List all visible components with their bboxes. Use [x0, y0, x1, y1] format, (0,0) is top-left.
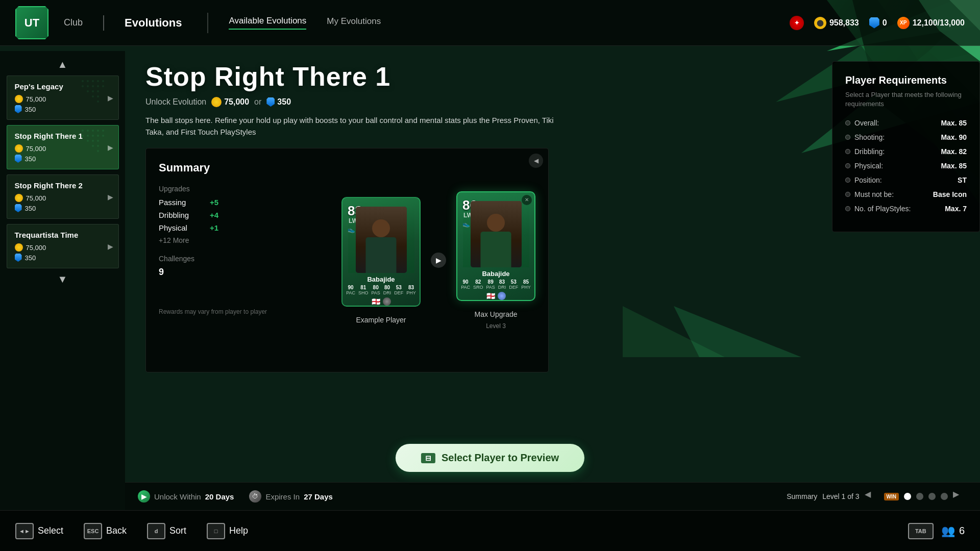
coins-icon: ⬤ — [814, 17, 826, 29]
unlock-within-icon: ▶ — [138, 490, 150, 503]
cost-coins-val: 75,000 — [26, 95, 46, 103]
max-stat-phy: 85PHY — [521, 279, 531, 290]
cost-shield-icon-4 — [15, 254, 22, 262]
sub-nav-my[interactable]: My Evolutions — [327, 16, 381, 29]
club-icon: ✦ — [790, 16, 804, 30]
users-icon: 👥 — [941, 524, 955, 538]
sidebar-arrow-down[interactable]: ▼ — [55, 271, 70, 288]
svg-point-12 — [87, 80, 89, 82]
max-club-badge — [498, 292, 506, 300]
nav-evolutions[interactable]: Evolutions — [119, 14, 187, 32]
req-subtitle: Select a Player that meets the following… — [845, 90, 967, 109]
req-physical-name: Physical: — [854, 162, 883, 170]
example-player-wrapper: 83 LW 👟 Babajide — [341, 197, 421, 324]
unlock-coin-icon — [211, 97, 222, 107]
svg-point-19 — [97, 85, 99, 87]
req-title: Player Requirements — [845, 74, 967, 86]
upgrade-physical-name: Physical — [159, 223, 205, 232]
upgrade-row-passing: Passing +5 — [159, 198, 326, 207]
req-dot-overall — [845, 120, 850, 126]
svg-point-34 — [92, 135, 94, 137]
level-dot-3[interactable] — [928, 493, 936, 500]
svg-point-17 — [87, 85, 89, 87]
req-dot-shooting — [845, 135, 850, 140]
max-stat-pas: 89PAS — [486, 279, 495, 290]
level-next-btn[interactable]: ▶ — [953, 489, 967, 504]
cost-shield-icon-2 — [15, 155, 22, 163]
expires-in-item: ⏱ Expires In 27 Days — [249, 490, 332, 503]
footer-sort-label: Sort — [169, 525, 186, 536]
unlock-within-item: ▶ Unlock Within 20 Days — [138, 490, 234, 503]
cards-area: 83 LW 👟 Babajide — [341, 161, 535, 359]
upgrade-dribbling-name: Dribbling — [159, 211, 205, 219]
online-count-value: 6 — [959, 525, 965, 537]
req-playstyles: No. of PlayStyles: Max. 7 — [845, 205, 967, 213]
cost-coin-icon-3 — [15, 194, 23, 202]
level-dot-4[interactable] — [941, 493, 948, 500]
cost-shields-val-4: 350 — [25, 254, 36, 262]
svg-point-33 — [87, 135, 89, 137]
sidebar-item-treq[interactable]: Trequartista Time 75,000 350 ▶ — [7, 224, 119, 268]
upgrade-passing-name: Passing — [159, 198, 205, 207]
tab-key: TAB — [908, 523, 934, 539]
upgrade-row-physical: Physical +1 — [159, 223, 326, 232]
svg-point-39 — [97, 140, 99, 142]
svg-point-24 — [92, 95, 94, 97]
sort-key: d — [147, 523, 165, 539]
unlock-coins-value: 75,000 — [224, 97, 249, 107]
header: UT Club Evolutions Available Evolutions … — [0, 0, 980, 46]
max-upgrade-label: Max Upgrade — [474, 310, 517, 318]
unlock-cost-shields: 350 — [266, 97, 291, 107]
level-dot-2[interactable] — [916, 493, 923, 500]
unlock-label: Unlock Evolution — [145, 97, 206, 107]
upgrade-dribbling-value: +4 — [210, 211, 218, 219]
req-dribbling: Dribbling: Max. 82 — [845, 147, 967, 156]
select-player-button[interactable]: ⊟ Select Player to Preview — [396, 444, 584, 472]
currency-area: ✦ ⬤ 958,833 0 XP 12,100/13,000 — [790, 16, 965, 30]
select-key: ◄► — [15, 523, 34, 539]
tab-key-label: TAB — [915, 528, 926, 534]
svg-point-32 — [82, 135, 84, 137]
req-physical-left: Physical: — [845, 162, 883, 170]
sub-nav-available[interactable]: Available Evolutions — [229, 16, 306, 30]
req-dot-playstyles — [845, 206, 850, 211]
sidebar-item-peps-legacy[interactable]: Pep's Legacy 75,000 350 ▶ — [7, 76, 119, 120]
player-body-shirt-2 — [481, 232, 511, 267]
footer-help: □ Help — [207, 523, 248, 539]
sidebar-item-stop2[interactable]: Stop Right There 2 75,000 350 ▶ — [7, 174, 119, 219]
summary-panel: ◀ Summary Upgrades Passing +5 Dribbling … — [145, 148, 549, 372]
level-dot-1[interactable] — [904, 493, 911, 500]
select-btn-icon: ⊟ — [421, 453, 435, 463]
cost-shield-icon — [15, 105, 22, 113]
cost-coin-icon-2 — [15, 144, 23, 153]
back-key-label: ESC — [87, 528, 99, 534]
club-badge — [383, 297, 391, 306]
max-card-flags: 🏴󠁧󠁢󠁥󠁮󠁧󠁿 — [486, 292, 506, 300]
level-summary-label: Summary — [787, 492, 817, 500]
dots-pattern-2 — [78, 126, 118, 158]
sidebar-item-stop1[interactable]: Stop Right There 1 75,000 350 ▶ — [7, 125, 119, 169]
level-prev-btn[interactable]: ◀ — [865, 489, 879, 504]
player-body-shirt — [366, 237, 397, 273]
max-flag-england: 🏴󠁧󠁢󠁥󠁮󠁧󠁿 — [486, 292, 495, 300]
sidebar-chevron-3: ▶ — [108, 193, 113, 201]
player-body-2 — [477, 211, 515, 267]
req-position-name: Position: — [854, 176, 882, 184]
sub-nav-divider — [207, 13, 208, 33]
svg-point-35 — [97, 135, 99, 137]
max-stat-dri: 83DRI — [498, 279, 506, 290]
rewards-text: Rewards may vary from player to player — [159, 308, 326, 315]
sidebar-arrow-up[interactable]: ▲ — [55, 56, 70, 73]
max-upgrade-wrapper: ✕ 86 LW 👟 Babajide 90PAC — [456, 191, 535, 330]
currency-shields: 0 — [869, 17, 887, 29]
req-shooting-name: Shooting: — [854, 133, 885, 141]
req-dot-mustnotbe — [845, 192, 850, 197]
shields-value: 0 — [883, 18, 887, 28]
svg-point-38 — [92, 140, 94, 142]
svg-point-16 — [82, 85, 84, 87]
req-mustnotbe: Must not be: Base Icon — [845, 190, 967, 198]
req-shooting: Shooting: Max. 90 — [845, 133, 967, 141]
nav-links: Club Evolutions — [59, 14, 187, 32]
nav-club[interactable]: Club — [59, 15, 88, 31]
footer-sort: d Sort — [147, 523, 186, 539]
